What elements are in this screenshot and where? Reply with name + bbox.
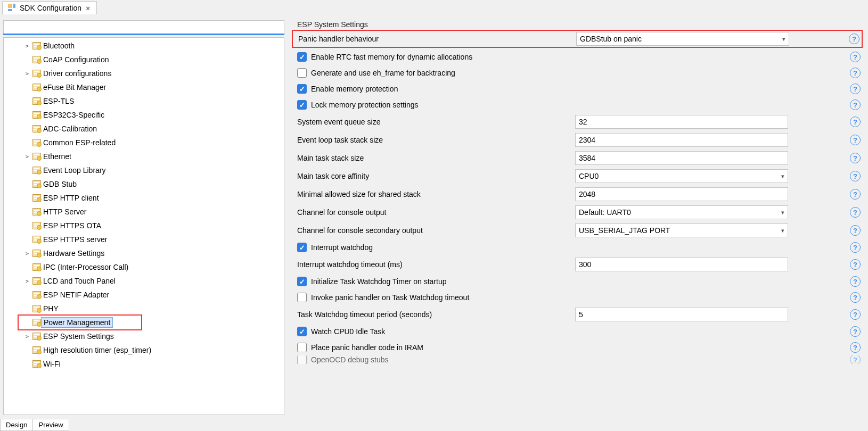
help-icon[interactable]: ? — [850, 355, 861, 364]
dropdown[interactable]: USB_SERIAL_JTAG PORT▾ — [575, 223, 788, 237]
setting-label: Place panic handler code in IRAM — [311, 343, 423, 352]
chevron-right-icon[interactable]: > — [24, 251, 30, 256]
tree-item[interactable]: Wi-Fi — [4, 357, 284, 371]
tree-item[interactable]: Event Loop Library — [4, 163, 284, 177]
help-icon[interactable]: ? — [850, 276, 861, 287]
checkbox[interactable] — [297, 84, 307, 94]
tree-item[interactable]: GDB Stub — [4, 177, 284, 191]
setting-label: Initialize Task Watchdog Timer on startu… — [311, 277, 446, 286]
category-tree[interactable]: >BluetoothCoAP Configuration>Driver conf… — [3, 37, 284, 415]
category-icon — [32, 125, 41, 132]
checkbox[interactable] — [297, 293, 307, 302]
tree-item-label: ESP System Settings — [41, 331, 116, 341]
help-icon[interactable]: ? — [850, 135, 861, 145]
tree-item[interactable]: eFuse Bit Manager — [4, 80, 284, 94]
chevron-right-icon[interactable]: > — [24, 43, 30, 49]
help-icon[interactable]: ? — [850, 189, 861, 200]
help-icon[interactable]: ? — [850, 153, 861, 163]
checkbox[interactable] — [297, 100, 307, 110]
setting-row: Lock memory protection settings? — [293, 97, 862, 113]
tree-item[interactable]: CoAP Configuration — [4, 53, 284, 67]
help-icon[interactable]: ? — [850, 100, 861, 110]
help-icon[interactable]: ? — [850, 117, 861, 127]
category-icon — [32, 250, 41, 257]
text-input[interactable] — [575, 308, 788, 321]
view-tab[interactable]: Preview — [33, 419, 69, 431]
text-input[interactable] — [575, 133, 788, 147]
help-icon[interactable]: ? — [850, 171, 861, 181]
help-icon[interactable]: ? — [850, 326, 861, 337]
dropdown[interactable]: CPU0▾ — [575, 169, 788, 183]
tree-item[interactable]: PHY — [4, 302, 284, 316]
tree-item[interactable]: >Hardware Settings — [4, 246, 284, 260]
category-icon — [32, 56, 41, 63]
help-icon[interactable]: ? — [850, 342, 861, 353]
help-icon[interactable]: ? — [850, 309, 861, 320]
tree-item[interactable]: ADC-Calibration — [4, 122, 284, 136]
checkbox[interactable] — [297, 277, 307, 286]
tree-item[interactable]: ESP HTTP client — [4, 191, 284, 205]
tree-item[interactable]: ESP HTTPS server — [4, 233, 284, 246]
tree-item[interactable]: >LCD and Touch Panel — [4, 274, 284, 288]
tree-item[interactable]: >Ethernet — [4, 150, 284, 163]
setting-row: Event loop task stack size? — [293, 131, 862, 149]
help-icon[interactable]: ? — [850, 68, 861, 78]
chevron-right-icon[interactable]: > — [24, 334, 30, 339]
help-icon[interactable]: ? — [850, 52, 861, 62]
dropdown[interactable]: Default: UART0▾ — [575, 205, 788, 219]
checkbox[interactable] — [297, 68, 307, 78]
text-input[interactable] — [575, 115, 788, 129]
help-icon[interactable]: ? — [850, 259, 861, 270]
tree-item[interactable]: High resolution timer (esp_timer) — [4, 343, 284, 357]
tree-item[interactable]: ESP-TLS — [4, 94, 284, 108]
tree-item[interactable]: Power Management — [4, 316, 284, 329]
category-icon — [32, 277, 41, 285]
checkbox[interactable] — [297, 52, 307, 62]
help-icon[interactable]: ? — [850, 242, 861, 253]
help-icon[interactable]: ? — [850, 292, 861, 303]
tree-item-label: IPC (Inter-Processor Call) — [41, 262, 130, 272]
tree-item-label: ESP NETIF Adapter — [41, 290, 111, 300]
help-icon[interactable]: ? — [850, 207, 861, 218]
category-icon — [32, 70, 41, 77]
text-input[interactable] — [575, 151, 788, 165]
dropdown-value: Default: UART0 — [579, 208, 631, 217]
checkbox[interactable] — [297, 343, 307, 352]
chevron-right-icon[interactable]: > — [24, 71, 30, 77]
category-icon — [32, 111, 41, 119]
dropdown[interactable]: GDBStub on panic▾ — [576, 32, 789, 46]
checkbox[interactable] — [297, 243, 307, 252]
tree-item[interactable]: >ESP System Settings — [4, 329, 284, 343]
close-icon[interactable]: ✕ — [85, 4, 91, 12]
checkbox[interactable] — [297, 327, 307, 336]
filter-input[interactable] — [3, 20, 284, 34]
tree-item-label: eFuse Bit Manager — [41, 82, 108, 92]
help-icon[interactable]: ? — [850, 84, 861, 94]
help-icon[interactable]: ? — [849, 34, 859, 44]
category-icon — [32, 263, 41, 271]
chevron-right-icon[interactable]: > — [24, 278, 30, 284]
tree-item[interactable]: ESP NETIF Adapter — [4, 288, 284, 302]
view-mode-tabs: DesignPreview — [0, 419, 69, 431]
help-icon[interactable]: ? — [850, 225, 861, 236]
text-input[interactable] — [575, 187, 788, 201]
tree-item[interactable]: >Driver configurations — [4, 67, 284, 80]
setting-label: Minimal allowed size for shared stack — [293, 190, 570, 198]
tree-item[interactable]: Common ESP-related — [4, 136, 284, 150]
editor-tab-sdk-config[interactable]: SDK Configuration ✕ — [2, 1, 97, 14]
setting-label: Main task stack size — [293, 154, 570, 162]
chevron-right-icon[interactable]: > — [24, 154, 30, 160]
tree-item[interactable]: IPC (Inter-Processor Call) — [4, 260, 284, 274]
tree-item[interactable]: ESP HTTPS OTA — [4, 219, 284, 233]
checkbox[interactable] — [297, 355, 307, 364]
tree-item[interactable]: HTTP Server — [4, 205, 284, 219]
tree-item[interactable]: ESP32C3-Specific — [4, 108, 284, 122]
text-input[interactable] — [575, 258, 788, 271]
settings-panel[interactable]: Panic handler behaviourGDBStub on panic▾… — [288, 30, 865, 415]
setting-row: Channel for console secondary outputUSB_… — [293, 221, 862, 239]
tree-item[interactable]: >Bluetooth — [4, 39, 284, 53]
view-tab[interactable]: Design — [0, 419, 33, 431]
setting-label: Channel for console secondary output — [293, 226, 570, 235]
category-icon — [32, 305, 41, 312]
tree-item-label: ESP-TLS — [41, 96, 76, 106]
